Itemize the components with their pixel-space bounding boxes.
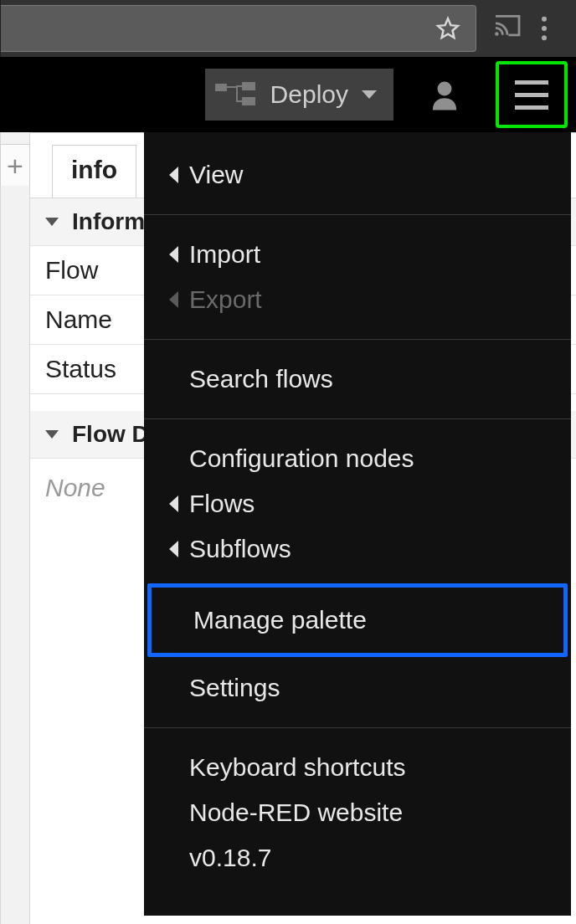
menu-separator: [144, 339, 571, 340]
menu-item-subflows[interactable]: Subflows: [144, 526, 571, 572]
browser-menu-icon[interactable]: [522, 16, 567, 41]
deploy-label: Deploy: [270, 80, 348, 109]
deploy-icon: [215, 81, 257, 108]
browser-chrome-bar: [0, 0, 576, 57]
menu-item-manage-palette[interactable]: Manage palette: [147, 583, 568, 657]
menu-item-settings[interactable]: Settings: [144, 665, 571, 711]
svg-point-7: [438, 81, 452, 95]
canvas-edge: +: [0, 132, 30, 924]
svg-point-2: [542, 26, 547, 31]
svg-point-0: [495, 32, 498, 35]
menu-item-config-nodes[interactable]: Configuration nodes: [144, 436, 571, 481]
deploy-button[interactable]: Deploy: [205, 69, 393, 121]
chevron-down-icon: [45, 218, 59, 226]
submenu-arrow-icon: [169, 291, 178, 308]
bookmark-star-icon[interactable]: [435, 16, 460, 41]
menu-item-version: v0.18.7: [144, 835, 571, 880]
menu-item-flows[interactable]: Flows: [144, 481, 571, 526]
menu-separator: [144, 727, 571, 728]
user-icon[interactable]: [414, 64, 476, 126]
address-bar[interactable]: [1, 5, 476, 52]
svg-rect-6: [242, 97, 255, 105]
cast-icon[interactable]: [493, 15, 522, 42]
add-flow-tab-button[interactable]: +: [0, 144, 30, 186]
menu-item-view[interactable]: View: [144, 152, 571, 198]
menu-item-website[interactable]: Node-RED website: [144, 790, 571, 835]
sidebar-tab-info[interactable]: info: [52, 145, 136, 198]
chevron-down-icon: [45, 430, 59, 439]
submenu-arrow-icon: [169, 246, 178, 263]
submenu-arrow-icon: [169, 541, 178, 557]
menu-item-search-flows[interactable]: Search flows: [144, 357, 571, 402]
menu-separator: [144, 418, 571, 419]
svg-point-1: [542, 17, 547, 22]
svg-rect-5: [242, 82, 255, 90]
menu-item-import[interactable]: Import: [144, 232, 571, 277]
menu-item-keyboard-shortcuts[interactable]: Keyboard shortcuts: [144, 745, 571, 790]
menu-separator: [144, 214, 571, 215]
main-menu-dropdown: View Import Export Search flows Configur…: [144, 132, 571, 916]
submenu-arrow-icon: [169, 495, 178, 512]
svg-rect-4: [215, 84, 227, 91]
hamburger-icon: [515, 80, 548, 85]
svg-point-3: [542, 35, 547, 40]
menu-item-export: Export: [144, 277, 571, 322]
deploy-caret-icon: [362, 90, 377, 99]
main-menu-button[interactable]: [496, 61, 568, 128]
submenu-arrow-icon: [169, 167, 178, 183]
app-header: Deploy: [0, 57, 576, 132]
